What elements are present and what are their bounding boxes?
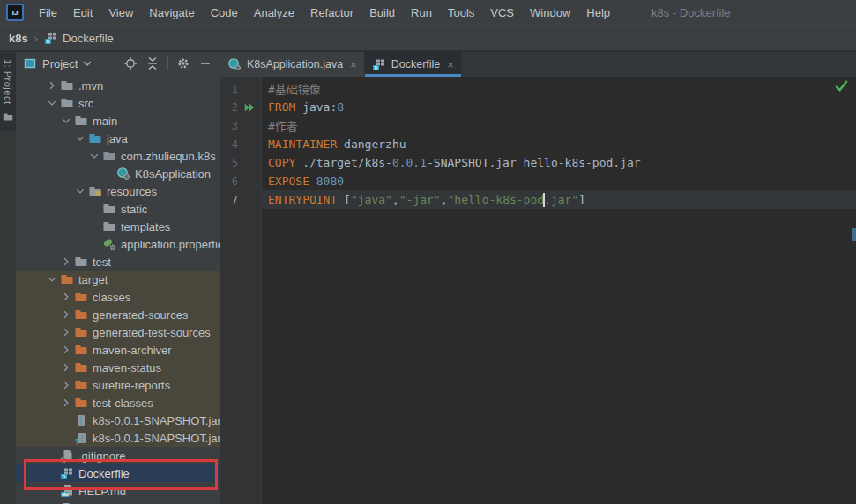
locate-icon[interactable] — [123, 56, 138, 70]
editor-body[interactable]: 1#基础镜像2FROM java:83#作者4MAINTAINER danger… — [220, 77, 856, 504]
chevron-expanded-icon[interactable] — [59, 114, 73, 128]
tree-item-main[interactable]: main — [16, 112, 220, 130]
code-text[interactable]: ENTRYPOINT ["java","-jar","hello-k8s-pod… — [261, 190, 856, 209]
tree-item-classes[interactable]: classes — [16, 288, 220, 306]
tree-item-generated-sources[interactable]: generated-sources — [16, 306, 220, 323]
tree-item-surefire-reports[interactable]: surefire-reports — [16, 376, 220, 394]
chevron-expanded-icon[interactable] — [73, 184, 87, 198]
breadcrumb-project[interactable]: k8s — [9, 32, 28, 45]
code-text[interactable]: #作者 — [261, 116, 856, 135]
tree-item-label: resources — [107, 185, 157, 198]
window-title: k8s - Dockerfile — [651, 6, 731, 19]
menu-file[interactable]: File — [31, 6, 65, 19]
chevron-collapsed-icon[interactable] — [45, 78, 59, 93]
menu-view[interactable]: View — [100, 6, 141, 19]
chevron-expanded-icon[interactable] — [73, 131, 87, 145]
tree-item-k8sapplication[interactable]: K8sApplication — [16, 165, 220, 182]
tree-item-resources[interactable]: resources — [16, 182, 220, 200]
menu-run[interactable]: Run — [403, 6, 440, 19]
tree-item-com-zhuliequn-k8s[interactable]: com.zhuliequn.k8s — [16, 147, 220, 165]
tree-item-dockerfile[interactable]: DDockerfile — [16, 464, 220, 482]
token-number: 8080 — [316, 174, 344, 188]
main-area: 1: Project Project .mvnsrcmainjavacom.zh… — [0, 50, 856, 504]
menu-build[interactable]: Build — [361, 6, 403, 19]
tree-item-mvn[interactable]: .mvn — [16, 77, 220, 94]
breadcrumb-file[interactable]: Dockerfile — [63, 32, 114, 45]
chevron-expanded-icon[interactable] — [45, 96, 59, 110]
toolbar-divider — [167, 57, 168, 70]
tree-item-k8s-iml[interactable]: k8s.iml — [16, 500, 220, 504]
tree-item-java[interactable]: java — [16, 130, 220, 147]
chevron-collapsed-icon[interactable] — [59, 290, 73, 304]
token-plain: , — [441, 193, 448, 206]
close-tab-icon[interactable]: × — [447, 59, 454, 70]
menu-vcs[interactable]: VCS — [482, 6, 522, 19]
chevron-spacer — [59, 413, 73, 427]
chevron-collapsed-icon[interactable] — [59, 396, 73, 410]
folder-excluded-icon — [74, 343, 88, 357]
chevron-expanded-icon[interactable] — [87, 149, 101, 163]
tree-item-label: maven-status — [93, 361, 161, 374]
project-panel-title[interactable]: Project — [42, 57, 78, 70]
tab-dockerfile[interactable]: DDockerfile× — [365, 52, 462, 77]
tree-item-static[interactable]: static — [16, 200, 220, 218]
tree-item-application-properties[interactable]: application.properties — [16, 235, 220, 253]
code-text[interactable]: FROM java:8 — [261, 98, 856, 116]
tree-item-templates[interactable]: templates — [16, 218, 220, 235]
folder-excluded-icon — [74, 396, 88, 410]
close-tab-icon[interactable]: × — [350, 59, 357, 70]
folder-icon — [60, 96, 74, 110]
tree-item-test[interactable]: test — [16, 253, 220, 271]
tree-item-maven-archiver[interactable]: maven-archiver — [16, 341, 220, 359]
menu-help[interactable]: Help — [578, 6, 618, 19]
file-gear-icon — [60, 448, 74, 463]
tree-item-maven-status[interactable]: maven-status — [16, 359, 220, 376]
menu-tools[interactable]: Tools — [440, 6, 482, 19]
code-text[interactable]: EXPOSE 8080 — [261, 172, 856, 190]
chevron-down-icon[interactable] — [82, 58, 93, 69]
tree-item-generated-test-sources[interactable]: generated-test-sources — [16, 323, 220, 341]
hide-icon[interactable] — [198, 56, 212, 70]
tree-item-help-md[interactable]: MDHELP.md — [16, 482, 220, 500]
menu-analyze[interactable]: Analyze — [246, 6, 302, 19]
jar-icon — [74, 413, 88, 427]
menu-edit[interactable]: Edit — [65, 6, 100, 19]
tree-item-gitignore[interactable]: .gitignore — [16, 447, 220, 464]
settings-icon[interactable] — [176, 56, 190, 70]
code-line-4: 4MAINTAINER dangerzhu — [220, 135, 856, 153]
code-text[interactable]: #基础镜像 — [261, 79, 856, 98]
chevron-collapsed-icon[interactable] — [59, 343, 73, 357]
collapse-all-icon[interactable] — [145, 56, 160, 70]
chevron-expanded-icon[interactable] — [45, 272, 59, 286]
tree-item-label: k8s-0.0.1-SNAPSHOT.jar.original — [93, 432, 220, 445]
tree-item-k8s-0-0-1-snapshot-jar-original[interactable]: ?k8s-0.0.1-SNAPSHOT.jar.original — [16, 429, 220, 447]
tree-item-label: main — [93, 115, 117, 128]
token-plain: java: — [295, 100, 337, 114]
tree-item-test-classes[interactable]: test-classes — [16, 394, 220, 411]
chevron-collapsed-icon[interactable] — [59, 378, 73, 392]
tree-item-label: src — [78, 97, 93, 110]
tree-item-target[interactable]: target — [16, 271, 220, 288]
tree-item-label: application.properties — [121, 238, 220, 251]
folder-icon — [102, 202, 116, 216]
tab-k8sapplication-java[interactable]: K8sApplication.java× — [220, 52, 365, 77]
chevron-spacer — [87, 219, 101, 233]
code-text[interactable]: MAINTAINER dangerzhu — [261, 135, 856, 153]
folder-excluded-icon — [74, 308, 88, 322]
project-tool-window-button[interactable]: 1: Project — [0, 53, 16, 131]
menu-navigate[interactable]: Navigate — [141, 6, 202, 19]
token-string: .jar" — [544, 193, 578, 206]
tree-item-k8s-0-0-1-snapshot-jar[interactable]: k8s-0.0.1-SNAPSHOT.jar — [16, 411, 220, 429]
tree-item-src[interactable]: src — [16, 94, 220, 112]
menu-code[interactable]: Code — [203, 6, 246, 19]
menu-refactor[interactable]: Refactor — [302, 6, 361, 19]
chevron-collapsed-icon[interactable] — [59, 255, 73, 269]
token-number: 0.0.1 — [392, 156, 427, 169]
chevron-collapsed-icon[interactable] — [59, 360, 73, 374]
code-text[interactable]: COPY ./target/k8s-0.0.1-SNAPSHOT.jar hel… — [261, 153, 856, 172]
inspections-ok-check-icon[interactable] — [835, 79, 848, 95]
run-line-icon[interactable] — [238, 101, 261, 114]
chevron-collapsed-icon[interactable] — [59, 308, 73, 322]
menu-window[interactable]: Window — [522, 6, 578, 19]
chevron-collapsed-icon[interactable] — [59, 325, 73, 339]
